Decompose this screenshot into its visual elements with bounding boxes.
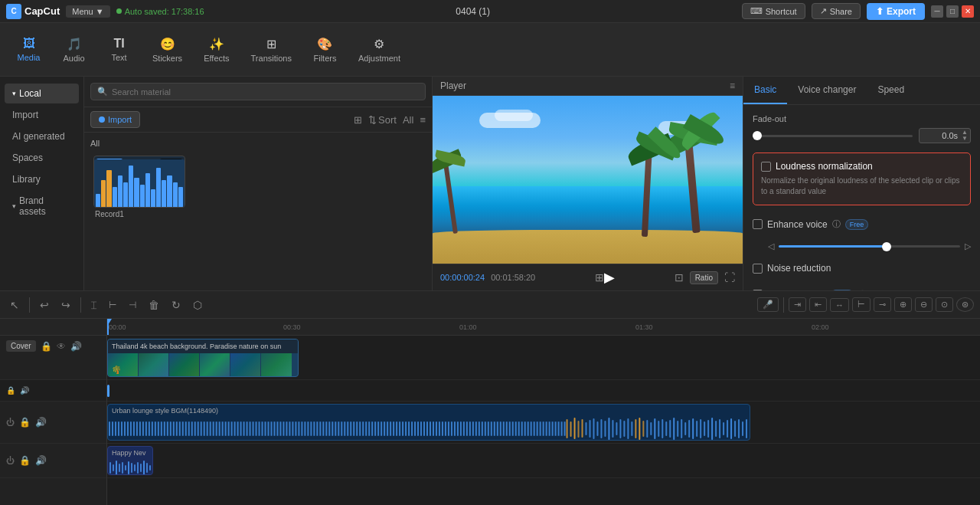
view-toggle-button[interactable]: ⊞	[354, 114, 362, 126]
tool-media[interactable]: 🖼 Media	[8, 32, 50, 67]
sort-button[interactable]: ⇅ Sort	[368, 114, 397, 126]
divider-audio-icon[interactable]: 🔊	[20, 386, 29, 395]
share-button[interactable]: ↗ Share	[812, 3, 861, 19]
split-right-button[interactable]: ⊣	[125, 297, 140, 313]
import-button[interactable]: Import	[90, 111, 140, 128]
fade-out-value-container: 0.0s ▲ ▼	[919, 128, 971, 143]
fade-out-slider[interactable]	[753, 135, 913, 137]
svg-rect-24	[650, 422, 652, 435]
mic-button[interactable]: 🎤	[757, 297, 779, 312]
fullscreen-button[interactable]: ⛶	[724, 271, 735, 284]
tl-tool-1[interactable]: ⇥	[789, 297, 806, 312]
select-tool-button[interactable]: ↖	[6, 297, 23, 313]
timeline-ruler: 00:00 00:30 01:00 01:30 02:00 02:30	[107, 319, 980, 336]
noise-reduction-checkbox[interactable]	[753, 264, 763, 274]
sidebar-item-local[interactable]: ▾ Local	[5, 84, 79, 103]
track-lock-icon[interactable]: 🔒	[41, 341, 52, 352]
divider-lock-icon[interactable]: 🔒	[6, 386, 15, 395]
enhance-voice-slider[interactable]	[779, 245, 960, 248]
tl-tool-4[interactable]: ⊢	[852, 297, 871, 312]
autosave-indicator: Auto saved: 17:38:16	[116, 7, 204, 16]
maximize-button[interactable]: □	[946, 5, 959, 18]
tl-tool-7[interactable]: ⊖	[915, 297, 933, 312]
player-menu-icon[interactable]: ≡	[730, 80, 735, 91]
fit-screen-button[interactable]: ⊡	[675, 271, 684, 284]
shield-button[interactable]: ⬡	[189, 297, 206, 313]
track-audio-icon[interactable]: 🔊	[70, 341, 82, 352]
sort-label: Sort	[378, 114, 397, 126]
media-thumbnail: Added 00:01	[93, 156, 185, 208]
audio-main-vol-icon[interactable]: 🔊	[35, 417, 47, 428]
ratio-button[interactable]: Ratio	[690, 271, 718, 284]
topbar-actions: ⌨ Shortcut ↗ Share ⬆ Export ─ □ ✕	[742, 3, 974, 20]
grid-view-button[interactable]: ⊞	[595, 269, 604, 286]
svg-rect-35	[692, 418, 694, 439]
fade-out-decrement[interactable]: ▼	[962, 136, 968, 142]
tl-zoom-full[interactable]: ⊙	[936, 297, 953, 312]
more-button[interactable]: ≡	[420, 114, 426, 126]
tab-voice-changer[interactable]: Voice changer	[787, 77, 867, 104]
slider-right-arrow[interactable]: ▷	[965, 241, 971, 251]
audio-label: Audio	[63, 54, 84, 63]
cover-button[interactable]: Cover	[6, 340, 36, 352]
split-button[interactable]: ⌶	[87, 297, 100, 313]
split-left-button[interactable]: ⊢	[105, 297, 120, 313]
tl-tool-6[interactable]: ⊕	[894, 297, 912, 312]
filter-all-button[interactable]: All	[403, 114, 413, 126]
media-grid: All Added 00:01	[84, 133, 432, 290]
sidebar-item-library[interactable]: Library	[5, 169, 79, 189]
delete-button[interactable]: 🗑	[145, 297, 163, 313]
stickers-label: Stickers	[152, 54, 182, 63]
tab-speed[interactable]: Speed	[867, 77, 915, 104]
svg-rect-29	[669, 420, 671, 438]
enhance-voice-checkbox[interactable]	[753, 219, 763, 229]
close-button[interactable]: ✕	[962, 5, 974, 18]
tool-adjustment[interactable]: ⚙ Adjustment	[349, 32, 410, 67]
menu-button[interactable]: Menu ▼	[66, 5, 109, 18]
sidebar-item-ai-generated[interactable]: AI generated	[5, 126, 79, 146]
shortcut-button[interactable]: ⌨ Shortcut	[742, 3, 805, 19]
audio-small-clip[interactable]: Happy Nev	[107, 446, 153, 475]
tab-basic[interactable]: Basic	[743, 77, 787, 104]
export-button[interactable]: ⬆ Export	[867, 3, 925, 20]
tl-tool-3[interactable]: ↔	[830, 298, 849, 312]
tool-effects[interactable]: ✨ Effects	[194, 32, 238, 67]
redo-button[interactable]: ↪	[57, 297, 74, 313]
audio-main-track-control: ⏻ 🔒 🔊	[0, 402, 106, 444]
svg-rect-54	[122, 462, 123, 474]
audio-main-lock-icon[interactable]: 🔒	[19, 417, 31, 428]
slider-left-arrow[interactable]: ◁	[768, 241, 774, 251]
undo-button[interactable]: ↩	[36, 297, 53, 313]
tl-tool-2[interactable]: ⇤	[809, 297, 827, 312]
tool-transitions[interactable]: ⊞ Transitions	[242, 32, 301, 67]
list-item[interactable]: Added 00:01	[93, 156, 185, 218]
filters-label: Filters	[313, 54, 336, 63]
track-area: 00:00 00:30 01:00 01:30 02:00 02:30 Thai…	[107, 319, 980, 505]
svg-rect-20	[635, 419, 636, 438]
search-input[interactable]	[112, 87, 419, 97]
tool-audio[interactable]: 🎵 Audio	[53, 32, 95, 67]
sidebar-item-brand-assets[interactable]: ▾ Brand assets	[5, 191, 79, 221]
audio-small-lock-icon[interactable]: 🔒	[19, 455, 31, 466]
svg-rect-22	[642, 421, 644, 437]
loudness-checkbox[interactable]	[761, 162, 771, 172]
video-clip[interactable]: Thailand 4k beach background. Paradise n…	[107, 339, 299, 377]
play-button[interactable]: ▶	[604, 269, 615, 286]
loop-button[interactable]: ↻	[168, 297, 185, 313]
tool-stickers[interactable]: 😊 Stickers	[143, 32, 191, 67]
minimize-button[interactable]: ─	[931, 5, 943, 18]
import-label: Import	[12, 110, 38, 120]
audio-main-power-icon[interactable]: ⏻	[6, 418, 15, 427]
tl-tool-5[interactable]: ⊸	[874, 297, 891, 312]
tl-settings[interactable]: ⊛	[956, 297, 974, 312]
tool-filters[interactable]: 🎨 Filters	[304, 32, 346, 67]
audio-small-vol-icon[interactable]: 🔊	[35, 455, 47, 466]
sidebar-item-import[interactable]: Import	[5, 105, 79, 125]
sidebar-item-spaces[interactable]: Spaces	[5, 148, 79, 168]
audio-small-power-icon[interactable]: ⏻	[6, 456, 15, 465]
audio-main-clip[interactable]: Urban lounge style BGM(1148490)	[107, 404, 750, 441]
enhance-voice-row: Enhance voice ⓘ Free	[753, 215, 971, 234]
tool-text[interactable]: TI Text	[98, 32, 140, 67]
track-eye-icon[interactable]: 👁	[57, 341, 66, 352]
thumb-frame-2: 🌴	[139, 353, 169, 376]
